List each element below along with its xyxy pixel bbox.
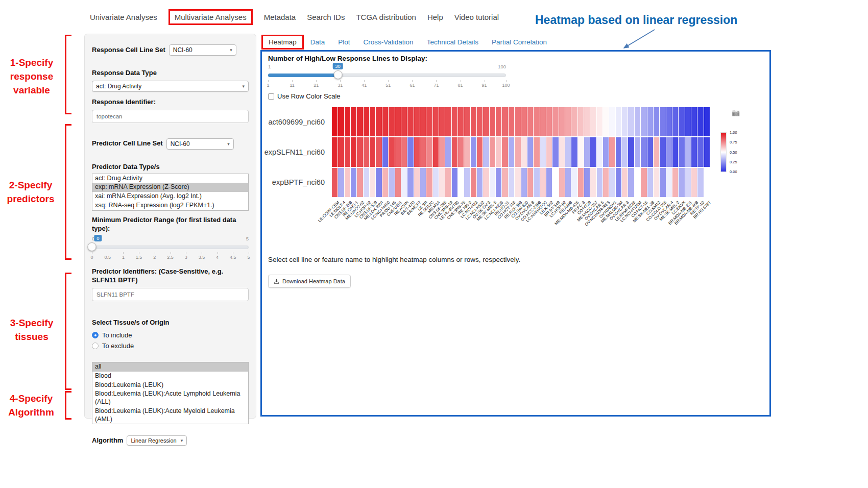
heatmap-cell[interactable] [540, 168, 546, 197]
heatmap-cell[interactable] [527, 168, 533, 197]
heatmap-cell[interactable] [452, 107, 457, 136]
heatmap-cell[interactable] [515, 107, 520, 136]
response-cell-line-set-select[interactable]: NCI-60 ▾ [169, 44, 236, 56]
heatmap-cell[interactable] [666, 107, 672, 136]
heatmap-cell[interactable] [477, 168, 483, 197]
heatmap-cell[interactable] [565, 168, 571, 197]
heatmap-cell[interactable] [420, 168, 426, 197]
heatmap-cell[interactable] [496, 107, 501, 136]
heatmap-cell[interactable] [660, 168, 665, 197]
predictor-type-option-xsq-rna-seq-expression-log2-fpkm-1[interactable]: xsq: RNA-seq Expression (log2 FPKM+1.) [92, 201, 248, 210]
heatmap-cell[interactable] [635, 168, 640, 197]
heatmap-cell[interactable] [483, 168, 489, 197]
heatmap-cell[interactable] [578, 137, 584, 166]
heatmap-cell[interactable] [332, 107, 337, 136]
heatmap-cell[interactable] [546, 137, 552, 166]
heatmap-cell[interactable] [420, 107, 426, 136]
heatmap-cell[interactable] [502, 107, 508, 136]
heatmap-cell[interactable] [332, 137, 337, 166]
heatmap-cell[interactable] [471, 168, 476, 197]
heatmap-cell[interactable] [445, 107, 451, 136]
heatmap-cell[interactable] [414, 168, 420, 197]
heatmap-cell[interactable] [439, 107, 445, 136]
heatmap-cell[interactable] [471, 107, 476, 136]
heatmap-cell[interactable] [622, 137, 628, 166]
predictor-identifiers-input[interactable] [92, 288, 249, 301]
heatmap-cell[interactable] [452, 168, 457, 197]
heatmap-cell[interactable] [426, 107, 432, 136]
heatmap-cell[interactable] [685, 168, 691, 197]
heatmap-cell[interactable] [382, 168, 388, 197]
heatmap-cell[interactable] [509, 107, 514, 136]
heatmap-cell[interactable] [534, 168, 539, 197]
heatmap-cell[interactable] [433, 107, 439, 136]
heatmap-cell[interactable] [471, 137, 476, 166]
heatmap-cell[interactable] [578, 168, 584, 197]
nav-item-tcga-distribution[interactable]: TCGA distribution [356, 11, 416, 23]
heatmap-row-label-act609699-nci60[interactable]: act609699_nci60 [262, 107, 328, 137]
heatmap-cell[interactable] [552, 168, 558, 197]
heatmap-cell[interactable] [345, 137, 350, 166]
heatmap-cell[interactable] [364, 107, 369, 136]
heatmap-cell[interactable] [364, 168, 369, 197]
heatmap-cell[interactable] [571, 137, 577, 166]
heatmap-cell[interactable] [515, 137, 520, 166]
heatmap-cell[interactable] [401, 168, 407, 197]
min-predictor-range-slider[interactable]: 05000.511.522.533.544.55 [92, 236, 249, 260]
heatmap-cell[interactable] [691, 168, 697, 197]
nav-item-metadata[interactable]: Metadata [264, 11, 296, 23]
heatmap-cell[interactable] [445, 168, 451, 197]
heatmap-cell[interactable] [401, 107, 407, 136]
heatmap-cell[interactable] [697, 168, 703, 197]
heatmap-cell[interactable] [697, 107, 703, 136]
heatmap-cell[interactable] [597, 137, 602, 166]
heatmap-cell[interactable] [502, 137, 508, 166]
heatmap-cell[interactable] [407, 168, 413, 197]
heatmap-cell[interactable] [647, 107, 653, 136]
heatmap-cell[interactable] [647, 168, 653, 197]
heatmap-cell[interactable] [622, 107, 628, 136]
heatmap-cell[interactable] [407, 137, 413, 166]
heatmap-cell[interactable] [414, 107, 420, 136]
heatmap-cell[interactable] [546, 168, 552, 197]
algorithm-select[interactable]: Linear Regression ▾ [127, 435, 187, 446]
heatmap-cell[interactable] [414, 137, 420, 166]
heatmap-cell[interactable] [382, 107, 388, 136]
heatmap-cell[interactable] [515, 168, 520, 197]
tissue-option-blood-leukemia-leuk[interactable]: Blood:Leukemia (LEUK) [92, 381, 248, 390]
download-heatmap-data-button[interactable]: Download Heatmap Data [268, 275, 351, 288]
heatmap-cell[interactable] [496, 168, 501, 197]
heatmap-cell[interactable] [357, 107, 363, 136]
heatmap-cell[interactable] [395, 107, 401, 136]
heatmap[interactable] [332, 107, 710, 197]
heatmap-cell[interactable] [704, 107, 710, 136]
heatmap-cell[interactable] [691, 137, 697, 166]
heatmap-cell[interactable] [584, 137, 590, 166]
tab-technical-details[interactable]: Technical Details [420, 35, 485, 49]
heatmap-cell[interactable] [357, 168, 363, 197]
heatmap-cell[interactable] [527, 137, 533, 166]
heatmap-cell[interactable] [704, 137, 710, 166]
heatmap-cell[interactable] [559, 137, 565, 166]
heatmap-cell[interactable] [521, 107, 527, 136]
heatmap-cell[interactable] [571, 168, 577, 197]
heatmap-cell[interactable] [578, 107, 584, 136]
predictor-type-option-xai-mrna-expression-avg-log2-int[interactable]: xai: mRNA Expression (Avg. log2 Int.) [92, 192, 248, 201]
heatmap-cell[interactable] [571, 107, 577, 136]
heatmap-cell[interactable] [641, 168, 646, 197]
heatmap-cell[interactable] [590, 168, 596, 197]
heatmap-cell[interactable] [464, 168, 470, 197]
tab-partial-correlation[interactable]: Partial Correlation [485, 35, 553, 49]
heatmap-cell[interactable] [672, 168, 678, 197]
heatmap-cell[interactable] [616, 137, 621, 166]
nav-item-univariate-analyses[interactable]: Univariate Analyses [90, 11, 157, 23]
heatmap-cell[interactable] [439, 137, 445, 166]
heatmap-cell[interactable] [609, 107, 615, 136]
predictor-data-types-listbox[interactable]: act: Drug Activityexp: mRNA Expression (… [92, 174, 249, 211]
tissue-option-blood-leukemia-leuk-chronic-myelogenous-leukemia-cml[interactable]: Blood:Leukemia (LEUK):Chronic Myelogenou… [92, 424, 248, 424]
heatmap-cell[interactable] [490, 168, 495, 197]
min-predictor-range-handle[interactable] [88, 242, 97, 251]
heatmap-cell[interactable] [647, 137, 653, 166]
heatmap-cell[interactable] [490, 107, 495, 136]
nav-item-video-tutorial[interactable]: Video tutorial [454, 11, 499, 23]
